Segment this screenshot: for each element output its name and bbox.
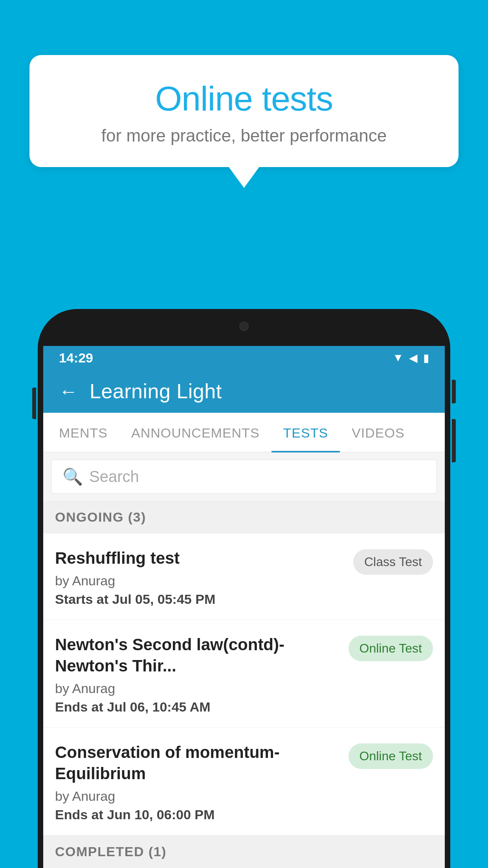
search-placeholder: Search <box>89 468 139 485</box>
speech-bubble: Online tests for more practice, better p… <box>29 55 459 167</box>
wifi-icon: ▼ <box>393 351 404 364</box>
app-title: Learning Light <box>90 379 222 403</box>
test-title-2: Newton's Second law(contd)-Newton's Thir… <box>55 634 341 677</box>
back-button[interactable]: ← <box>59 381 78 402</box>
test-info-3: Conservation of momentum-Equilibrium by … <box>55 742 349 822</box>
badge-online-test-3: Online Test <box>349 743 433 769</box>
speech-bubble-tail <box>228 166 260 188</box>
phone-notch <box>197 314 291 338</box>
test-title-1: Reshuffling test <box>55 548 345 569</box>
test-author-1: by Anurag <box>55 573 345 588</box>
completed-section-title: COMPLETED (1) <box>55 844 433 859</box>
signal-icon: ◀ <box>409 351 418 364</box>
app-header: ← Learning Light <box>43 370 445 413</box>
search-bar[interactable]: 🔍 Search <box>51 460 437 494</box>
search-icon: 🔍 <box>62 467 83 486</box>
test-date-1: Starts at Jul 05, 05:45 PM <box>55 592 345 607</box>
test-item-3[interactable]: Conservation of momentum-Equilibrium by … <box>43 728 445 835</box>
badge-class-test-1: Class Test <box>353 549 433 575</box>
test-item-1[interactable]: Reshuffling test by Anurag Starts at Jul… <box>43 533 445 620</box>
test-author-2: by Anurag <box>55 681 341 696</box>
phone-inner: 14:29 ▼ ◀ ▮ ← Learning Light MENTS ANNOU… <box>43 346 445 868</box>
battery-icon: ▮ <box>423 351 429 364</box>
phone-container: 14:29 ▼ ◀ ▮ ← Learning Light MENTS ANNOU… <box>38 309 450 868</box>
tabs-container: MENTS ANNOUNCEMENTS TESTS VIDEOS <box>43 413 445 452</box>
status-bar: 14:29 ▼ ◀ ▮ <box>43 346 445 370</box>
completed-section-header: COMPLETED (1) <box>43 835 445 868</box>
speech-bubble-title: Online tests <box>57 79 431 119</box>
status-icons: ▼ ◀ ▮ <box>393 351 429 364</box>
tab-tests[interactable]: TESTS <box>272 413 340 452</box>
tab-videos[interactable]: VIDEOS <box>340 413 416 452</box>
tab-ments[interactable]: MENTS <box>47 413 119 452</box>
phone-notch-area <box>43 314 445 346</box>
camera <box>239 322 249 331</box>
badge-online-test-2: Online Test <box>349 636 433 661</box>
phone-frame: 14:29 ▼ ◀ ▮ ← Learning Light MENTS ANNOU… <box>38 309 450 868</box>
ongoing-section-title: ONGOING (3) <box>55 509 433 525</box>
volume-button <box>32 388 36 419</box>
ongoing-section-header: ONGOING (3) <box>43 501 445 533</box>
speech-bubble-container: Online tests for more practice, better p… <box>29 55 459 188</box>
speech-bubble-subtitle: for more practice, better performance <box>57 126 431 145</box>
status-time: 14:29 <box>59 350 93 366</box>
volume-button-right <box>452 419 456 462</box>
tab-announcements[interactable]: ANNOUNCEMENTS <box>119 413 272 452</box>
test-title-3: Conservation of momentum-Equilibrium <box>55 742 341 785</box>
search-container: 🔍 Search <box>43 452 445 501</box>
test-author-3: by Anurag <box>55 789 341 804</box>
test-date-3: Ends at Jun 10, 06:00 PM <box>55 807 341 822</box>
test-info-2: Newton's Second law(contd)-Newton's Thir… <box>55 634 349 715</box>
power-button <box>452 380 456 403</box>
test-date-2: Ends at Jul 06, 10:45 AM <box>55 699 341 715</box>
test-item-2[interactable]: Newton's Second law(contd)-Newton's Thir… <box>43 620 445 728</box>
test-info-1: Reshuffling test by Anurag Starts at Jul… <box>55 548 353 607</box>
